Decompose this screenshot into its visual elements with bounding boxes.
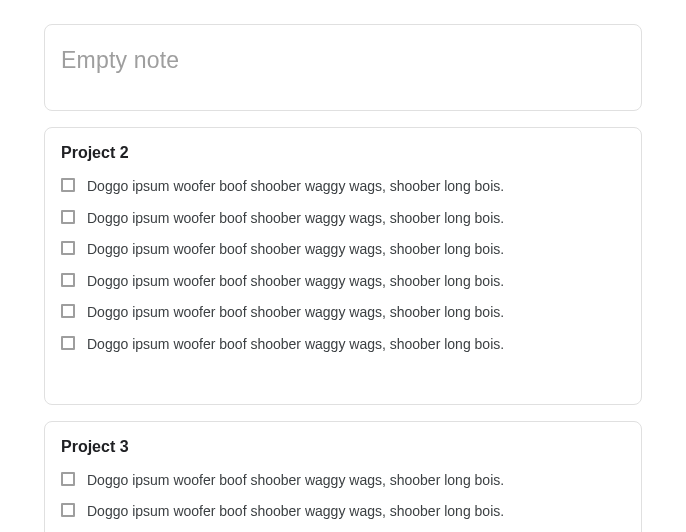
checkbox-icon[interactable] bbox=[61, 210, 75, 224]
note-card-project-3[interactable]: Project 3 Doggo ipsum woofer boof shoobe… bbox=[44, 421, 642, 532]
note-title: Project 3 bbox=[61, 438, 625, 456]
checklist: Doggo ipsum woofer boof shoober waggy wa… bbox=[61, 468, 625, 525]
check-label: Doggo ipsum woofer boof shoober waggy wa… bbox=[87, 240, 504, 260]
check-item: Doggo ipsum woofer boof shoober waggy wa… bbox=[61, 499, 625, 525]
checkbox-icon[interactable] bbox=[61, 241, 75, 255]
checkbox-icon[interactable] bbox=[61, 273, 75, 287]
check-label: Doggo ipsum woofer boof shoober waggy wa… bbox=[87, 177, 504, 197]
check-item: Doggo ipsum woofer boof shoober waggy wa… bbox=[61, 332, 625, 358]
checkbox-icon[interactable] bbox=[61, 178, 75, 192]
checklist: Doggo ipsum woofer boof shoober waggy wa… bbox=[61, 174, 625, 358]
checkbox-icon[interactable] bbox=[61, 304, 75, 318]
check-label: Doggo ipsum woofer boof shoober waggy wa… bbox=[87, 471, 504, 491]
check-item: Doggo ipsum woofer boof shoober waggy wa… bbox=[61, 174, 625, 200]
check-item: Doggo ipsum woofer boof shoober waggy wa… bbox=[61, 206, 625, 232]
check-item: Doggo ipsum woofer boof shoober waggy wa… bbox=[61, 237, 625, 263]
check-label: Doggo ipsum woofer boof shoober waggy wa… bbox=[87, 335, 504, 355]
checkbox-icon[interactable] bbox=[61, 336, 75, 350]
checkbox-icon[interactable] bbox=[61, 503, 75, 517]
check-item: Doggo ipsum woofer boof shoober waggy wa… bbox=[61, 269, 625, 295]
check-label: Doggo ipsum woofer boof shoober waggy wa… bbox=[87, 272, 504, 292]
empty-note-card[interactable]: Empty note bbox=[44, 24, 642, 111]
check-item: Doggo ipsum woofer boof shoober waggy wa… bbox=[61, 300, 625, 326]
check-item: Doggo ipsum woofer boof shoober waggy wa… bbox=[61, 468, 625, 494]
check-label: Doggo ipsum woofer boof shoober waggy wa… bbox=[87, 303, 504, 323]
check-label: Doggo ipsum woofer boof shoober waggy wa… bbox=[87, 502, 504, 522]
empty-note-placeholder: Empty note bbox=[61, 47, 625, 74]
checkbox-icon[interactable] bbox=[61, 472, 75, 486]
check-label: Doggo ipsum woofer boof shoober waggy wa… bbox=[87, 209, 504, 229]
note-card-project-2[interactable]: Project 2 Doggo ipsum woofer boof shoobe… bbox=[44, 127, 642, 405]
note-title: Project 2 bbox=[61, 144, 625, 162]
